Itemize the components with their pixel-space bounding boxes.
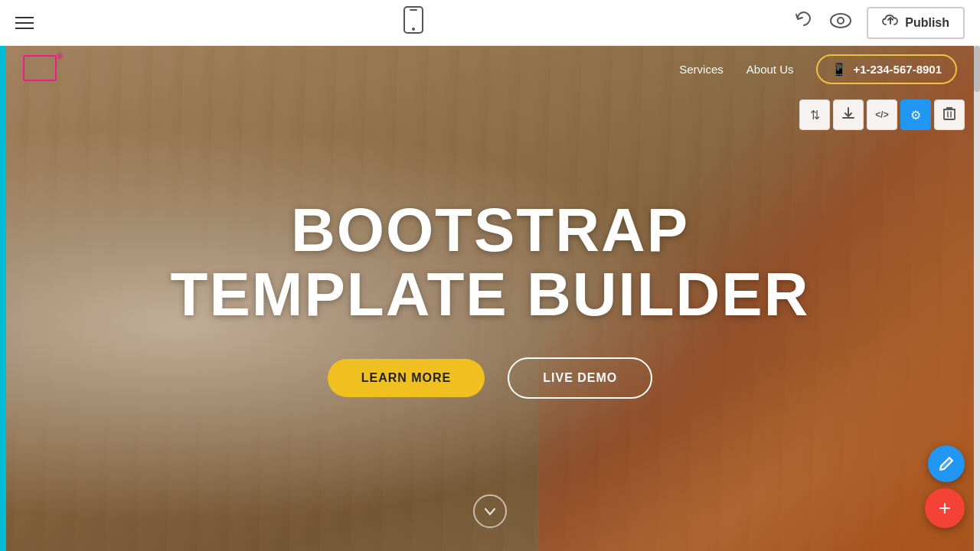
preview-eye-button[interactable] — [830, 13, 851, 33]
nav-about-link[interactable]: About Us — [746, 63, 794, 76]
fab-add-button[interactable]: + — [925, 488, 965, 528]
publish-button[interactable]: Publish — [867, 7, 965, 39]
site-nav-links: Services About Us 📱 +1-234-567-8901 — [679, 54, 957, 84]
phone-icon: 📱 — [831, 62, 847, 77]
left-accent-bar — [0, 46, 6, 551]
code-icon: </> — [875, 109, 888, 120]
add-icon: + — [939, 497, 951, 519]
publish-label: Publish — [905, 16, 949, 30]
settings-section-button[interactable]: ⚙ — [900, 99, 931, 130]
hero-title-line1: BOOTSTRAP — [98, 198, 882, 262]
settings-icon: ⚙ — [910, 108, 921, 122]
svg-rect-5 — [944, 109, 955, 119]
fab-edit-button[interactable] — [928, 445, 965, 482]
move-section-button[interactable]: ⇅ — [799, 99, 830, 130]
scroll-down-button[interactable] — [473, 494, 507, 528]
site-navigation: ✳ Services About Us 📱 +1-234-567-8901 — [0, 46, 980, 92]
mobile-preview-button[interactable] — [403, 6, 424, 39]
delete-section-button[interactable] — [934, 99, 965, 130]
toolbar-left — [15, 17, 34, 29]
logo-left-box — [23, 55, 40, 81]
hamburger-menu-button[interactable] — [15, 17, 34, 29]
hamburger-line-3 — [15, 28, 34, 29]
hero-buttons: LEARN MORE LIVE DEMO — [98, 357, 882, 399]
svg-point-3 — [831, 14, 851, 28]
download-section-button[interactable] — [833, 99, 864, 130]
cloud-upload-icon — [882, 15, 899, 31]
right-scrollbar[interactable] — [974, 46, 980, 551]
site-logo: ✳ — [23, 54, 63, 84]
code-section-button[interactable]: </> — [867, 99, 897, 130]
live-demo-button[interactable]: LIVE DEMO — [508, 357, 652, 399]
section-toolbar: ⇅ </> ⚙ — [799, 99, 965, 130]
main-content: ✳ Services About Us 📱 +1-234-567-8901 ⇅ — [0, 46, 980, 551]
hamburger-line-2 — [15, 22, 34, 24]
phone-number: +1-234-567-8901 — [853, 63, 942, 76]
hero-title: BOOTSTRAP TEMPLATE BUILDER — [98, 198, 882, 327]
download-icon — [841, 106, 855, 123]
logo-container: ✳ — [23, 54, 63, 84]
svg-point-4 — [838, 18, 844, 24]
logo-sun-icon: ✳ — [54, 51, 64, 63]
undo-button[interactable] — [793, 10, 815, 36]
phone-button[interactable]: 📱 +1-234-567-8901 — [816, 54, 957, 84]
svg-point-1 — [412, 28, 415, 31]
hamburger-line-1 — [15, 17, 34, 18]
move-icon: ⇅ — [810, 108, 820, 122]
scrollbar-thumb — [974, 46, 980, 92]
toolbar-right: Publish — [793, 7, 965, 39]
nav-services-link[interactable]: Services — [679, 63, 724, 76]
hero-content: BOOTSTRAP TEMPLATE BUILDER LEARN MORE LI… — [98, 198, 882, 399]
top-toolbar: Publish — [0, 0, 980, 46]
learn-more-button[interactable]: LEARN MORE — [328, 359, 485, 397]
trash-icon — [943, 106, 956, 123]
hero-title-line2: TEMPLATE BUILDER — [98, 262, 882, 327]
toolbar-center — [403, 6, 424, 39]
